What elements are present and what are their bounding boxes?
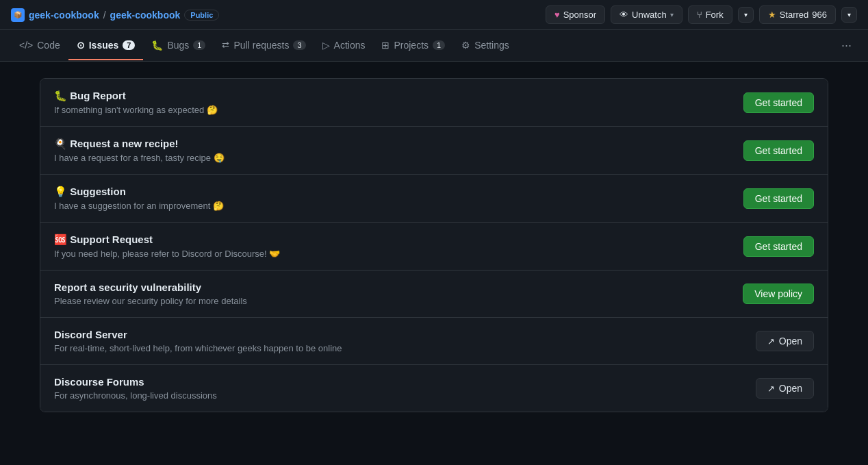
template-title: 💡 Suggestion: [54, 186, 743, 198]
template-title: 🆘 Support Request: [54, 234, 743, 246]
template-info: 💡 Suggestion I have a suggestion for an …: [54, 186, 743, 211]
eye-icon: 👁: [620, 10, 628, 20]
tab-actions-label: Actions: [334, 40, 366, 51]
template-description: For asynchronous, long-lived discussions: [54, 390, 756, 401]
tab-code[interactable]: </> Code: [11, 32, 68, 60]
template-item: 💡 Suggestion I have a suggestion for an …: [40, 175, 828, 223]
star-count: 966: [812, 10, 827, 20]
tab-settings[interactable]: ⚙ Settings: [453, 32, 518, 60]
bugs-icon: 🐛: [151, 40, 163, 51]
pr-badge: 3: [293, 40, 305, 50]
tab-actions[interactable]: ▷ Actions: [314, 32, 374, 60]
tab-pr-label: Pull requests: [233, 40, 289, 51]
fork-more-icon: ▾: [744, 11, 748, 18]
star-icon: ★: [768, 10, 776, 20]
external-link-icon: ↗: [767, 384, 775, 394]
template-title: Discourse Forums: [54, 376, 756, 388]
starred-label: Starred: [780, 10, 809, 20]
issues-badge: 7: [123, 40, 135, 50]
tab-code-label: Code: [37, 40, 60, 51]
template-info: Discourse Forums For asynchronous, long-…: [54, 376, 756, 401]
template-title: Discord Server: [54, 329, 756, 340]
heart-icon: ♥: [554, 10, 560, 20]
template-description: I have a suggestion for an improvement 🤔: [54, 201, 743, 211]
template-info: Discord Server For real-time, short-live…: [54, 329, 756, 353]
template-description: I have a request for a fresh, tasty reci…: [54, 153, 743, 163]
repo-name[interactable]: geek-cookbook: [110, 10, 181, 21]
template-info: Report a security vulnerability Please r…: [54, 281, 743, 306]
template-description: If you need help, please refer to Discor…: [54, 249, 743, 259]
repo-owner[interactable]: geek-cookbook: [29, 10, 99, 21]
template-title: 🐛 Bug Report: [54, 90, 743, 102]
pr-icon: ⇄: [222, 40, 229, 50]
fork-more-button[interactable]: ▾: [738, 7, 754, 23]
get-started-button[interactable]: Get started: [743, 236, 814, 257]
template-title: Report a security vulnerability: [54, 281, 743, 293]
template-description: For real-time, short-lived help, from wh…: [54, 343, 756, 353]
view-policy-button[interactable]: View policy: [743, 284, 814, 304]
repo-icon: 📦: [11, 8, 25, 22]
visibility-badge: Public: [184, 10, 219, 21]
template-title: 🍳 Request a new recipe!: [54, 138, 743, 150]
star-button[interactable]: ★ Starred 966: [759, 5, 836, 24]
fork-button[interactable]: ⑂ Fork: [688, 5, 732, 24]
actions-icon: ▷: [322, 40, 330, 51]
template-item: 🍳 Request a new recipe! I have a request…: [40, 127, 828, 175]
watch-button[interactable]: 👁 Unwatch ▾: [611, 5, 682, 24]
sponsor-label: Sponsor: [563, 10, 596, 20]
watch-label: Unwatch: [632, 10, 667, 20]
projects-badge: 1: [433, 40, 445, 50]
template-description: If something isn't working as expected 🤔: [54, 105, 743, 115]
top-bar: 📦 geek-cookbook / geek-cookbook Public ♥…: [0, 0, 868, 30]
template-list: 🐛 Bug Report If something isn't working …: [40, 78, 828, 412]
tab-pull-requests[interactable]: ⇄ Pull requests 3: [214, 32, 314, 60]
watch-dropdown-icon: ▾: [670, 11, 674, 18]
tab-bugs[interactable]: 🐛 Bugs 1: [143, 32, 214, 60]
template-info: 🐛 Bug Report If something isn't working …: [54, 90, 743, 115]
star-more-button[interactable]: ▾: [841, 7, 857, 23]
template-info: 🍳 Request a new recipe! I have a request…: [54, 138, 743, 163]
path-separator: /: [103, 10, 106, 21]
issues-icon: ⊙: [77, 40, 85, 51]
tab-issues-label: Issues: [89, 40, 119, 51]
template-item: 🐛 Bug Report If something isn't working …: [40, 79, 828, 127]
template-item: Discourse Forums For asynchronous, long-…: [40, 365, 828, 412]
tab-projects-label: Projects: [394, 40, 429, 51]
main-content: 🐛 Bug Report If something isn't working …: [23, 62, 845, 429]
get-started-button[interactable]: Get started: [743, 92, 814, 113]
tab-settings-label: Settings: [474, 40, 509, 51]
nav-tabs: </> Code ⊙ Issues 7 🐛 Bugs 1 ⇄ Pull requ…: [0, 30, 868, 62]
repo-path: 📦 geek-cookbook / geek-cookbook Public: [11, 8, 219, 22]
bugs-badge: 1: [193, 40, 205, 50]
nav-more-button[interactable]: ···: [836, 30, 857, 61]
fork-label: Fork: [706, 10, 724, 20]
settings-icon: ⚙: [461, 40, 470, 51]
sponsor-button[interactable]: ♥ Sponsor: [546, 5, 605, 24]
template-info: 🆘 Support Request If you need help, plea…: [54, 234, 743, 259]
fork-icon: ⑂: [697, 10, 702, 20]
get-started-button[interactable]: Get started: [743, 140, 814, 161]
star-more-icon: ▾: [847, 11, 851, 18]
projects-icon: ⊞: [381, 40, 390, 51]
code-icon: </>: [19, 40, 33, 51]
template-item: Report a security vulnerability Please r…: [40, 271, 828, 318]
external-link-icon: ↗: [767, 336, 775, 347]
tab-bugs-label: Bugs: [167, 40, 189, 51]
tab-projects[interactable]: ⊞ Projects 1: [373, 32, 453, 60]
template-item: 🆘 Support Request If you need help, plea…: [40, 223, 828, 271]
header-actions: ♥ Sponsor 👁 Unwatch ▾ ⑂ Fork ▾ ★ Starred…: [546, 5, 857, 24]
template-description: Please review our security policy for mo…: [54, 296, 743, 306]
tab-issues[interactable]: ⊙ Issues 7: [68, 32, 144, 60]
open-button[interactable]: ↗Open: [756, 331, 814, 351]
get-started-button[interactable]: Get started: [743, 188, 814, 209]
open-button[interactable]: ↗Open: [756, 378, 814, 399]
template-item: Discord Server For real-time, short-live…: [40, 318, 828, 365]
